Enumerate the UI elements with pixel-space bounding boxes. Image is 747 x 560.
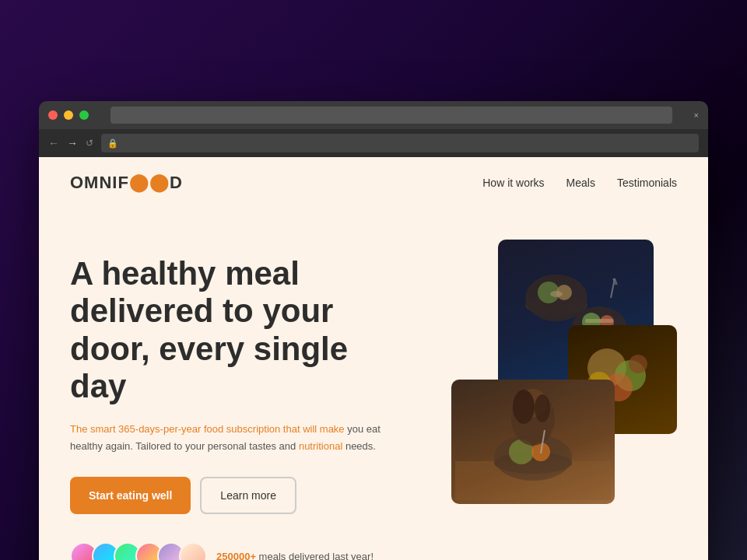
- minimize-button[interactable]: [64, 110, 73, 120]
- meal-count: 250000+: [216, 551, 256, 560]
- tab-close-icon[interactable]: ×: [694, 110, 699, 120]
- logo-circles: ⬤⬤: [129, 173, 170, 192]
- hero-description-end: needs.: [345, 440, 376, 452]
- nav-how-it-works[interactable]: How it works: [482, 177, 544, 189]
- site-logo: OMNIF⬤⬤D: [70, 173, 183, 193]
- svg-point-4: [550, 291, 563, 297]
- site-nav: OMNIF⬤⬤D How it works Meals Testimonials: [39, 157, 708, 208]
- svg-rect-9: [585, 319, 613, 323]
- nav-testimonials[interactable]: Testimonials: [617, 177, 677, 189]
- hero-images: [444, 240, 677, 504]
- social-proof-text: 250000+ meals delivered last year!: [216, 551, 374, 560]
- hero-image-person: [451, 380, 615, 504]
- security-icon: 🔒: [107, 138, 118, 149]
- hero-title: A healthy meal delivered to your door, e…: [70, 255, 412, 405]
- social-proof: 250000+ meals delivered last year!: [70, 542, 412, 560]
- hero-text: A healthy meal delivered to your door, e…: [70, 240, 412, 560]
- refresh-button[interactable]: ↺: [86, 138, 93, 149]
- avatar-group: [70, 542, 207, 560]
- browser-toolbar: ← → ↺ 🔒: [39, 129, 708, 157]
- hero-description-highlight: The smart 365-days-per-year food subscri…: [70, 423, 345, 435]
- address-bar-top: [110, 107, 672, 124]
- hero-description-nutritional: nutritional: [299, 440, 342, 452]
- logo-text-start: OMNIF: [70, 173, 129, 192]
- nav-links: How it works Meals Testimonials: [482, 177, 677, 189]
- address-bar[interactable]: 🔒: [101, 134, 699, 152]
- logo-text-end: D: [170, 173, 183, 192]
- forward-button[interactable]: →: [67, 137, 78, 149]
- avatar-6: [179, 542, 207, 560]
- svg-point-25: [513, 390, 535, 424]
- nav-meals[interactable]: Meals: [566, 177, 595, 189]
- hero-description: The smart 365-days-per-year food subscri…: [70, 421, 381, 455]
- start-eating-button[interactable]: Start eating well: [70, 477, 191, 514]
- svg-point-17: [629, 355, 647, 373]
- back-button[interactable]: ←: [48, 137, 59, 149]
- hero-buttons: Start eating well Learn more: [70, 477, 412, 514]
- hero-section: A healthy meal delivered to your door, e…: [39, 208, 708, 560]
- close-button[interactable]: [48, 110, 58, 120]
- website-content: OMNIF⬤⬤D How it works Meals Testimonials…: [39, 157, 708, 560]
- maximize-button[interactable]: [79, 110, 89, 120]
- svg-point-26: [535, 394, 550, 422]
- browser-titlebar: ×: [39, 101, 708, 129]
- person-svg: [455, 383, 611, 500]
- learn-more-button[interactable]: Learn more: [200, 477, 296, 514]
- social-proof-suffix: meals delivered last year!: [259, 551, 374, 560]
- browser-window: × ← → ↺ 🔒 OMNIF⬤⬤D How it works Meals Te…: [39, 101, 708, 560]
